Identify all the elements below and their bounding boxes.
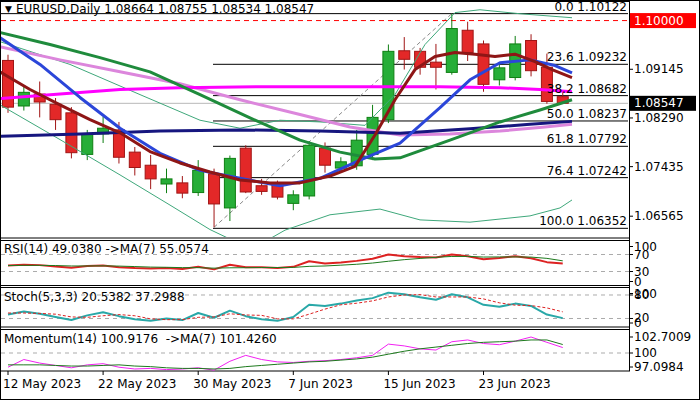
rsi-scale-label: 70: [634, 248, 649, 262]
candle-body: [161, 179, 172, 184]
stoch-scale-label: 80: [634, 288, 649, 302]
candle-body: [224, 158, 235, 208]
date-label: 7 Jun 2023: [288, 377, 353, 391]
candle-body: [304, 145, 315, 196]
candle-body: [399, 51, 410, 60]
chart-title: ▼EURUSD,Daily 1.08664 1.08755 1.08534 1.…: [5, 3, 314, 16]
momentum-indicator-title: Momentum(14) 100.9176 ->MA(7) 101.4260: [4, 333, 277, 346]
rsi-indicator-title: RSI(14) 49.0380 ->MA(7) 55.0574: [4, 243, 209, 256]
alert-price-badge: 1.10000: [634, 14, 684, 28]
date-label: 15 Jun 2023: [383, 377, 455, 391]
candle-body: [288, 195, 299, 204]
candle-body: [50, 104, 61, 119]
stoch-indicator-title: Stoch(5,3,3) 20.5382 37.2988: [4, 291, 185, 304]
candle-body: [320, 148, 331, 165]
fib-level-label: 100.0 1.06352: [539, 214, 627, 228]
fib-level-label: 38.2 1.08682: [547, 82, 627, 96]
candle-body: [430, 62, 441, 67]
candle-body: [256, 186, 267, 192]
date-label: 22 May 2023: [98, 377, 176, 391]
candle: [526, 34, 537, 76]
candle-body: [177, 183, 188, 193]
candle-body: [494, 68, 505, 80]
candle: [240, 145, 251, 193]
symbol-period-label: EURUSD,Daily: [16, 2, 101, 16]
date-label: 23 Jun 2023: [479, 377, 551, 391]
momentum-scale-label: 100: [634, 346, 657, 360]
fib-level-label: 50.0 1.08237: [547, 107, 627, 121]
price-scale-label: 1.06565: [634, 209, 684, 223]
candle: [478, 41, 489, 92]
stoch-scale-label: 0: [634, 316, 642, 330]
price-scale-label: 1.07435: [634, 160, 684, 174]
date-label: 30 May 2023: [193, 377, 271, 391]
fib-level-label: 61.8 1.07792: [547, 132, 627, 146]
price-scale-label: 1.09145: [634, 62, 684, 76]
candle-body: [193, 170, 204, 192]
fib-level-label: 76.4 1.07242: [547, 164, 627, 178]
candle-body: [462, 30, 473, 52]
fib-level-label: 0.0 1.10122: [554, 0, 627, 14]
candle-body: [209, 174, 220, 204]
candle-body: [478, 44, 489, 84]
ohlc-values: 1.08664 1.08755 1.08534 1.08547: [104, 2, 314, 16]
symbol-dropdown-icon[interactable]: ▼: [5, 3, 12, 16]
candle-body: [3, 60, 14, 107]
candle-body: [526, 41, 537, 71]
date-label: 12 May 2023: [3, 377, 81, 391]
candle-body: [82, 134, 93, 154]
candle-body: [145, 165, 156, 179]
fib-level-label: 23.6 1.09232: [547, 50, 627, 64]
current-price-badge: 1.08547: [634, 96, 684, 110]
candle-body: [367, 117, 378, 154]
momentum-scale-label: 97.0984: [634, 360, 684, 374]
chart-window: 0.0 1.1012223.6 1.0923238.2 1.0868250.0 …: [0, 0, 700, 400]
candle: [304, 141, 315, 199]
candle-body: [129, 152, 140, 167]
price-scale-label: 1.08290: [634, 111, 684, 125]
candle-body: [18, 92, 29, 106]
momentum-scale-label: 102.7009: [634, 330, 691, 344]
candle-body: [240, 148, 251, 192]
candle-body: [446, 29, 457, 73]
candle: [3, 55, 14, 113]
